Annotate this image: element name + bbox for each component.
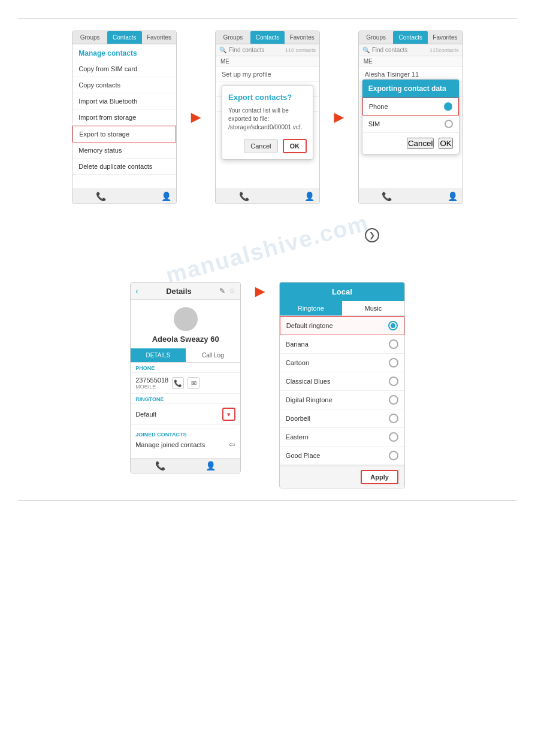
- radio-1: [389, 339, 398, 349]
- share-icon[interactable]: ⇦: [229, 440, 235, 449]
- contact-hero: Adeola Sweazy 60: [131, 300, 240, 348]
- watermark-text: manualshive.com: [163, 210, 371, 289]
- details-phone: ‹ Details ✎ ☆ Adeola Sweazy 60 DETAILS C…: [130, 282, 241, 473]
- radio-sim: [445, 120, 453, 128]
- me-row-3: ME: [359, 56, 463, 67]
- watermark-section: manualshive.com ❯: [18, 222, 517, 276]
- radio-6: [389, 432, 398, 442]
- exporting-dialog-title: Exporting contact data: [362, 80, 459, 98]
- message-button[interactable]: ✉: [188, 377, 200, 389]
- ringtone-dropdown-button[interactable]: ▾: [222, 408, 235, 421]
- arrow-2: ►: [331, 108, 347, 127]
- tab-favorites-2[interactable]: Favorites: [285, 31, 319, 44]
- manage-joined-label: Manage joined contacts: [135, 441, 225, 448]
- search-placeholder-2: Find contacts: [229, 47, 264, 53]
- rp-item-4[interactable]: Digital Ringtone: [280, 391, 404, 409]
- tab-call-log[interactable]: Call Log: [186, 348, 241, 362]
- contacts-nav-icon-2: 👤: [268, 192, 315, 201]
- rp-item-name-6: Eastern: [286, 433, 309, 441]
- rp-item-name-5: Doorbell: [286, 415, 310, 422]
- export-cancel-button[interactable]: Cancel: [244, 139, 277, 153]
- call-button[interactable]: 📞: [172, 377, 184, 389]
- tab-contacts-1[interactable]: Contacts: [107, 31, 142, 44]
- export-sim-label: SIM: [368, 120, 380, 127]
- phone-section-label: PHONE: [131, 363, 240, 373]
- rp-item-3[interactable]: Classical Blues: [280, 372, 404, 391]
- rp-item-7[interactable]: Good Place: [280, 447, 404, 466]
- arrow-3: ►: [252, 282, 268, 301]
- exporting-dialog-buttons: Cancel OK: [362, 133, 459, 154]
- tab-contacts-3[interactable]: Contacts: [393, 31, 428, 44]
- exporting-dialog: Exporting contact data Phone SIM Cancel …: [362, 79, 460, 154]
- tab-bar-3: Groups Contacts Favorites: [359, 31, 463, 44]
- joined-contacts-label: JOINED CONTACTS: [135, 429, 235, 438]
- phone-number-value: 237555018: [135, 377, 168, 384]
- detail-tabs: DETAILS Call Log: [131, 348, 240, 363]
- contacts-nav-icon-3: 👤: [410, 192, 458, 201]
- tab-groups-1[interactable]: Groups: [72, 31, 107, 44]
- phone-mock-1: Groups Contacts Favorites Manage contact…: [72, 31, 177, 204]
- menu-item-memory-status[interactable]: Memory status: [72, 142, 176, 159]
- tab-favorites-3[interactable]: Favorites: [428, 31, 463, 44]
- exporting-ok-button[interactable]: OK: [439, 138, 452, 149]
- ringtone-panel-tabs: Ringtone Music: [280, 301, 404, 316]
- rp-tab-music[interactable]: Music: [342, 301, 404, 315]
- menu-item-import-storage[interactable]: Import from storage: [72, 110, 176, 126]
- menu-item-delete-dupes[interactable]: Delete duplicate contacts: [72, 159, 176, 175]
- edit-icon[interactable]: ✎: [219, 287, 225, 295]
- radio-3: [389, 377, 398, 386]
- details-title: Details: [142, 287, 216, 296]
- radio-2: [389, 358, 398, 368]
- back-arrow-icon[interactable]: ‹: [135, 286, 138, 296]
- tab-favorites-1[interactable]: Favorites: [142, 31, 177, 44]
- menu-item-export-storage[interactable]: Export to storage: [72, 126, 176, 142]
- tab-bar-1: Groups Contacts Favorites: [72, 31, 176, 44]
- rp-item-6[interactable]: Eastern: [280, 428, 404, 447]
- rp-item-1[interactable]: Banana: [280, 335, 404, 354]
- export-ok-button[interactable]: OK: [283, 139, 307, 153]
- star-icon[interactable]: ☆: [229, 287, 235, 295]
- rp-item-name-1: Banana: [286, 341, 309, 348]
- tab-groups-2[interactable]: Groups: [216, 31, 250, 44]
- menu-item-copy-sim[interactable]: Copy from SIM card: [72, 61, 176, 77]
- contact-count-2: 110 contacts: [285, 47, 316, 53]
- bottom-divider: [18, 500, 517, 501]
- exporting-cancel-button[interactable]: Cancel: [407, 138, 434, 149]
- tab-details[interactable]: DETAILS: [131, 348, 186, 362]
- export-dialog-title: Export contacts?: [228, 93, 307, 102]
- phone-mock-3: Groups Contacts Favorites 🔍 Find contact…: [358, 31, 463, 204]
- export-dialog-body: Your contact list will be exported to fi…: [228, 107, 307, 132]
- contact-item-set-up: Set up my profile: [216, 67, 319, 82]
- export-option-sim[interactable]: SIM: [362, 116, 459, 133]
- rp-item-5[interactable]: Doorbell: [280, 409, 404, 428]
- tab-groups-3[interactable]: Groups: [359, 31, 394, 44]
- tab-contacts-2[interactable]: Contacts: [250, 31, 285, 44]
- dialog-overlay-3: Alesha Tisinger 11 Amie Chang 71 Exporti…: [359, 67, 463, 189]
- rp-item-0[interactable]: Default ringtone: [280, 316, 404, 335]
- bottom-nav-2: 📞 👤: [216, 189, 319, 204]
- radio-5: [389, 414, 398, 423]
- menu-item-copy-contacts[interactable]: Copy contacts: [72, 77, 176, 93]
- search-bar-2: 🔍 Find contacts 110 contacts: [216, 44, 319, 56]
- bottom-nav-3: 📞 👤: [359, 189, 463, 204]
- page-container: Groups Contacts Favorites Manage contact…: [0, 0, 535, 519]
- radio-0: [388, 321, 398, 330]
- contact-avatar: [174, 307, 198, 331]
- joined-section: JOINED CONTACTS Manage joined contacts ⇦: [131, 425, 240, 453]
- export-option-phone[interactable]: Phone: [362, 98, 459, 116]
- menu-item-import-bt[interactable]: Import via Bluetooth: [72, 93, 176, 110]
- contact-count-3: 115contacts: [430, 47, 459, 53]
- phone-nav-icon: 📞: [77, 192, 125, 201]
- rp-item-name-7: Good Place: [286, 452, 320, 459]
- contact-name: Adeola Sweazy 60: [152, 335, 219, 344]
- rp-tab-ringtone[interactable]: Ringtone: [280, 301, 342, 315]
- apply-button[interactable]: Apply: [361, 470, 398, 484]
- rp-item-name-3: Classical Blues: [286, 378, 331, 385]
- details-header: ‹ Details ✎ ☆: [131, 283, 240, 300]
- ringtone-panel-header: Local: [280, 283, 404, 301]
- phone-number-row: 237555018 MOBILE 📞 ✉: [131, 373, 240, 394]
- phone-number-stack: 237555018 MOBILE: [135, 377, 168, 390]
- rp-item-name-0: Default ringtone: [286, 322, 333, 329]
- rp-item-2[interactable]: Cartoon: [280, 354, 404, 372]
- search-icon-3: 🔍: [362, 47, 370, 53]
